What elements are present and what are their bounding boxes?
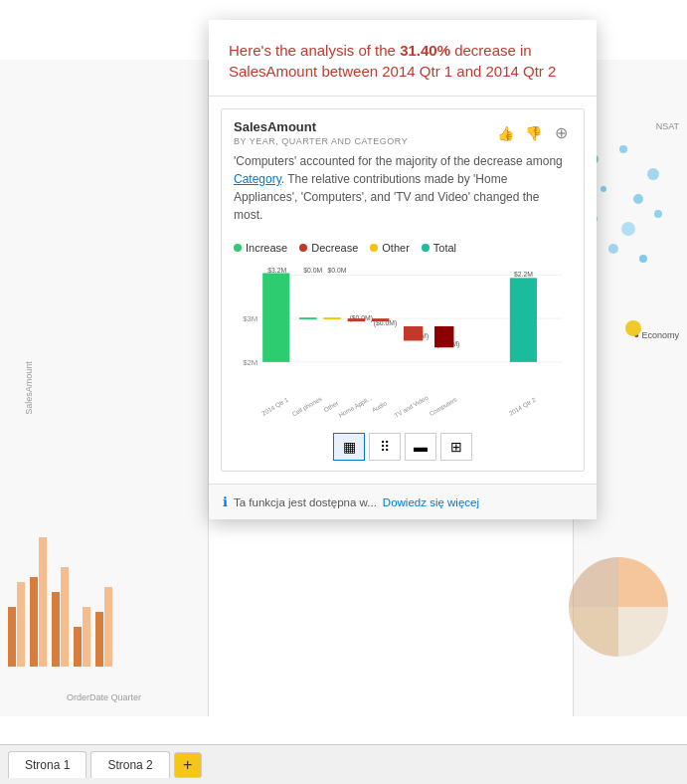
main-popup: Here's the analysis of the 31.40% decrea… — [209, 20, 597, 519]
bar-cellphones — [299, 317, 316, 319]
svg-point-9 — [639, 255, 647, 263]
svg-text:Audio: Audio — [371, 399, 389, 413]
svg-text:Computers: Computers — [428, 396, 458, 418]
chart-type-selector: ▦ ⠿ ▬ ⊞ — [222, 427, 584, 471]
popup-title: Here's the analysis of the 31.40% decrea… — [229, 40, 577, 82]
chart-legend: Increase Decrease Other Total — [222, 234, 584, 258]
chart-type-waterfall[interactable]: ▦ — [333, 433, 365, 461]
chart-type-scatter[interactable]: ⠿ — [369, 433, 401, 461]
legend-increase-dot — [234, 244, 242, 252]
tab-add-button[interactable]: + — [174, 752, 202, 778]
svg-point-1 — [619, 145, 627, 153]
bg-bar — [30, 577, 38, 667]
info-text: Ta funkcja jest dostępna w... — [234, 496, 377, 508]
legend-increase: Increase — [234, 242, 287, 254]
waterfall-chart: $3M $2M $3.2M $0.0M $0.0M ($0.0M) ($0.0M… — [234, 262, 572, 419]
svg-point-4 — [633, 194, 643, 204]
x-axis-label: OrderDate Quarter — [67, 692, 141, 702]
tab-strona1[interactable]: Strona 1 — [8, 751, 86, 778]
legend-decrease: Decrease — [299, 242, 358, 254]
bg-bar — [74, 627, 82, 667]
bg-bar-group-4 — [74, 607, 90, 667]
background-chart-left: SalesAmount OrderDate Quarter — [0, 60, 209, 716]
svg-point-8 — [608, 244, 618, 254]
svg-text:$0.0M: $0.0M — [303, 267, 322, 274]
chart-type-grid[interactable]: ⊞ — [440, 433, 472, 461]
tab-strona2[interactable]: Strona 2 — [90, 751, 169, 778]
bar-computers — [434, 326, 453, 347]
bg-bar — [104, 587, 112, 667]
svg-point-7 — [654, 210, 662, 218]
desc-text-1: 'Computers' accounted for the majority o… — [234, 154, 563, 168]
card-description: 'Computers' accounted for the majority o… — [222, 152, 584, 234]
inner-card: SalesAmount BY YEAR, QUARTER AND CATEGOR… — [221, 108, 585, 472]
bg-bar-group-5 — [95, 587, 112, 667]
svg-text:2014 Qtr 1: 2014 Qtr 1 — [260, 396, 290, 418]
card-title-group: SalesAmount BY YEAR, QUARTER AND CATEGOR… — [234, 119, 408, 146]
svg-text:Cell phones: Cell phones — [290, 395, 323, 419]
bg-bar — [17, 582, 25, 667]
legend-other-label: Other — [382, 242, 410, 254]
bg-bar-group-3 — [52, 567, 69, 667]
category-link[interactable]: Category — [234, 172, 281, 186]
popup-header: Here's the analysis of the 31.40% decrea… — [209, 20, 597, 97]
bar-other — [323, 317, 340, 319]
legend-total-label: Total — [433, 242, 456, 254]
legend-total: Total — [422, 242, 456, 254]
bg-bar — [83, 607, 90, 667]
info-icon: ℹ — [223, 494, 228, 509]
svg-point-3 — [601, 186, 606, 192]
svg-point-6 — [621, 222, 635, 236]
chart-type-bar[interactable]: ▬ — [405, 433, 436, 461]
svg-text:2014 Qtr 2: 2014 Qtr 2 — [508, 396, 538, 418]
svg-text:TV and Video: TV and Video — [393, 394, 429, 419]
svg-point-10 — [625, 320, 641, 336]
bar-audio — [372, 318, 389, 321]
svg-text:$3.2M: $3.2M — [267, 267, 286, 274]
svg-text:Home Appli...: Home Appli... — [337, 394, 374, 419]
popup-title-prefix: Here's the analysis of the — [229, 42, 400, 59]
legend-other: Other — [370, 242, 410, 254]
svg-text:$0.0M: $0.0M — [327, 267, 346, 274]
info-bar: ℹ Ta funkcja jest dostępna w... Dowiedz … — [209, 484, 597, 519]
card-actions: 👍 👎 ⊕ — [494, 122, 572, 144]
bg-bar — [52, 592, 60, 667]
legend-increase-label: Increase — [246, 242, 287, 254]
legend-other-dot — [370, 244, 378, 252]
bar-homeappli — [348, 318, 365, 321]
legend-decrease-dot — [299, 244, 307, 252]
bg-bar — [39, 537, 47, 667]
bg-bar — [61, 567, 69, 667]
bg-bar — [95, 612, 103, 667]
chart-area: $3M $2M $3.2M $0.0M $0.0M ($0.0M) ($0.0M… — [222, 258, 584, 427]
bar-tvvideo — [404, 326, 423, 341]
bg-bar — [8, 607, 16, 667]
bg-bar-group-2 — [30, 537, 47, 667]
card-header: SalesAmount BY YEAR, QUARTER AND CATEGOR… — [222, 109, 584, 152]
svg-text:$2.2M: $2.2M — [514, 271, 533, 278]
add-button[interactable]: ⊕ — [550, 122, 572, 144]
svg-text:$2M: $2M — [243, 358, 258, 367]
popup-pct: 31.40% — [400, 42, 450, 59]
bar-2014-qtr1 — [262, 273, 289, 361]
thumbs-up-button[interactable]: 👍 — [494, 122, 516, 144]
bg-bar-group-1 — [8, 582, 25, 667]
svg-point-2 — [647, 168, 659, 180]
bg-bar-groups — [8, 318, 197, 667]
learn-more-link[interactable]: Dowiedz się więcej — [383, 496, 479, 508]
tabs-bar: Strona 1 Strona 2 + — [0, 744, 687, 784]
pie-chart-bg — [564, 547, 673, 667]
svg-text:$3M: $3M — [243, 314, 258, 323]
y-axis-label: SalesAmount — [24, 361, 34, 415]
legend-total-dot — [422, 244, 429, 252]
bar-2014-qtr2 — [510, 278, 537, 362]
svg-text:Other: Other — [322, 399, 339, 413]
card-subtitle: BY YEAR, QUARTER AND CATEGORY — [234, 136, 408, 146]
legend-decrease-label: Decrease — [311, 242, 358, 254]
card-title: SalesAmount — [234, 119, 408, 134]
thumbs-down-button[interactable]: 👎 — [522, 122, 544, 144]
